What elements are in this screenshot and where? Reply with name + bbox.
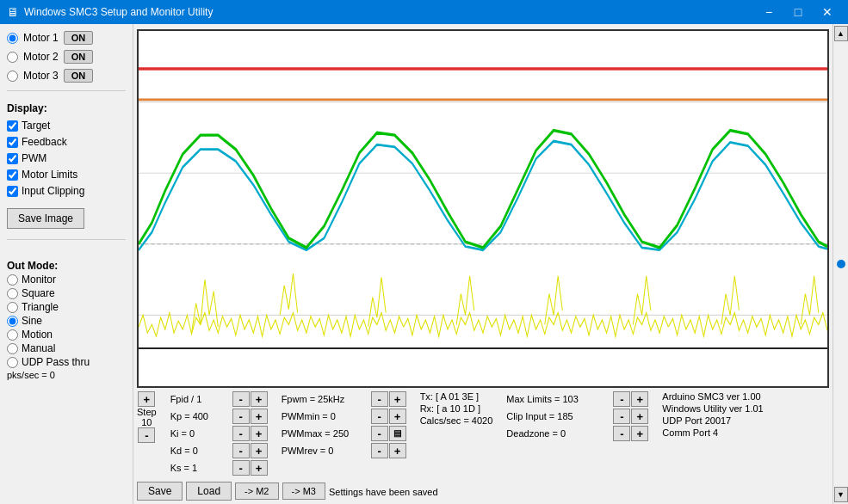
action-buttons-row: Save Load -> M2 -> M3 Settings have been…	[137, 482, 829, 501]
m2-button[interactable]: -> M2	[235, 482, 278, 500]
maximize-button[interactable]: □	[784, 3, 812, 21]
scroll-track	[837, 45, 845, 483]
pwmrev-minus-button[interactable]: -	[371, 443, 388, 458]
ks-label: Ks = 1	[170, 463, 229, 473]
chart-svg	[139, 31, 827, 386]
kd-row: Kd = 0 - +	[170, 443, 268, 458]
fpid-minus-button[interactable]: -	[232, 391, 250, 407]
pwmmin-plus-button[interactable]: +	[389, 409, 406, 424]
step-plus-button[interactable]: +	[138, 391, 155, 407]
fpid-pm: - +	[232, 391, 268, 407]
scroll-thumb[interactable]	[837, 260, 845, 268]
ki-minus-button[interactable]: -	[232, 426, 250, 441]
scroll-down-button[interactable]: ▼	[834, 487, 848, 502]
close-button[interactable]: ✕	[814, 3, 841, 21]
kd-minus-button[interactable]: -	[232, 443, 250, 458]
motor-1-on-button[interactable]: ON	[64, 31, 94, 45]
clipinput-minus-button[interactable]: -	[613, 409, 630, 424]
feedback-checkbox[interactable]	[7, 137, 18, 148]
save-button[interactable]: Save	[137, 482, 183, 501]
info-col: Tx: [ A 01 3E ] Rx: [ a 10 1D ] Calcs/se…	[420, 391, 493, 426]
ks-plus-button[interactable]: +	[251, 460, 268, 476]
feedback-row: Feedback	[7, 136, 126, 148]
out-triangle-row: Triangle	[7, 301, 126, 313]
pwmrev-row: PWMrev = 0 - +	[282, 443, 406, 458]
pwmmax-special-button[interactable]: ▤	[389, 426, 406, 441]
clipinput-label: Clip Input = 185	[506, 411, 610, 421]
kp-minus-button[interactable]: -	[232, 409, 250, 424]
input-clipping-row: Input Clipping	[7, 185, 126, 197]
ki-plus-button[interactable]: +	[251, 426, 268, 441]
kp-plus-button[interactable]: +	[251, 409, 268, 424]
out-udp-radio[interactable]	[7, 357, 18, 368]
out-triangle-radio[interactable]	[7, 302, 18, 313]
out-triangle-label: Triangle	[22, 301, 59, 313]
pwmmax-pm: - ▤	[371, 426, 406, 441]
out-udp-row: UDP Pass thru	[7, 356, 126, 368]
deadzone-row: Deadzone = 0 - +	[506, 426, 648, 441]
load-button[interactable]: Load	[186, 482, 232, 501]
arduino-ver-label: Arduino SMC3 ver 1.00	[662, 391, 763, 402]
pwmmin-minus-button[interactable]: -	[371, 409, 388, 424]
motor-limits-checkbox[interactable]	[7, 169, 18, 181]
motor-2-radio[interactable]	[7, 52, 18, 63]
out-mode-section: Out Mode: Monitor Square Triangle Sine M…	[7, 255, 126, 380]
left-params-group: Fpid / 1 - + Kp = 400 - +	[170, 391, 268, 476]
maxlimits-plus-button[interactable]: +	[631, 391, 648, 407]
motor-3-on-button[interactable]: ON	[64, 69, 94, 83]
out-sine-row: Sine	[7, 315, 126, 327]
deadzone-label: Deadzone = 0	[506, 428, 610, 439]
motor-3-radio[interactable]	[7, 71, 18, 82]
maxlimits-minus-button[interactable]: -	[613, 391, 630, 407]
m3-button[interactable]: -> M3	[282, 482, 325, 500]
ks-row: Ks = 1 - +	[170, 460, 268, 476]
windows-ver-label: Windows Utility ver 1.01	[662, 403, 763, 414]
out-sine-radio[interactable]	[7, 316, 18, 327]
out-square-radio[interactable]	[7, 288, 18, 299]
ki-label: Ki = 0	[170, 428, 229, 439]
out-manual-radio[interactable]	[7, 343, 18, 354]
input-clipping-checkbox[interactable]	[7, 186, 18, 197]
step-minus-button[interactable]: -	[138, 427, 155, 443]
clipinput-plus-button[interactable]: +	[631, 409, 648, 424]
pwm-params-group: Fpwm = 25kHz - + PWMmin = 0 - +	[282, 391, 406, 458]
deadzone-plus-button[interactable]: +	[631, 426, 648, 441]
out-udp-label: UDP Pass thru	[22, 356, 90, 368]
motor-1-label: Motor 1	[23, 32, 59, 44]
maxlimits-pm: - +	[613, 391, 648, 407]
pwmrev-plus-button[interactable]: +	[389, 443, 406, 458]
fpwm-minus-button[interactable]: -	[371, 391, 388, 407]
out-motion-label: Motion	[22, 329, 53, 341]
out-motion-radio[interactable]	[7, 329, 18, 341]
out-monitor-radio[interactable]	[7, 274, 18, 286]
center-panel: + Step10 - Fpid / 1 - + Kp = 400	[133, 24, 833, 504]
motor-2-on-button[interactable]: ON	[64, 50, 94, 64]
input-clipping-label: Input Clipping	[22, 185, 84, 197]
maxlimits-row: Max Limits = 103 - +	[506, 391, 648, 407]
minimize-button[interactable]: −	[755, 3, 783, 21]
fpid-plus-button[interactable]: +	[251, 391, 268, 407]
motor-1-radio[interactable]	[7, 33, 18, 44]
motor-3-row: Motor 3 ON	[7, 69, 126, 83]
scroll-up-button[interactable]: ▲	[834, 26, 848, 41]
pwm-checkbox[interactable]	[7, 153, 18, 164]
pwmmin-pm: - +	[371, 409, 406, 424]
ks-minus-button[interactable]: -	[232, 460, 250, 476]
kd-pm: - +	[232, 443, 268, 458]
target-row: Target	[7, 120, 126, 132]
save-image-button[interactable]: Save Image	[7, 208, 84, 229]
ki-pm: - +	[232, 426, 268, 441]
kd-plus-button[interactable]: +	[251, 443, 268, 458]
kp-row: Kp = 400 - +	[170, 409, 268, 424]
out-motion-row: Motion	[7, 329, 126, 341]
udp-port-label: UDP Port 20017	[662, 415, 763, 426]
pwmmax-row: PWMmax = 250 - ▤	[282, 426, 406, 441]
pwmmax-minus-button[interactable]: -	[371, 426, 388, 441]
calcs-label: Calcs/sec = 4020	[420, 415, 493, 426]
motor-1-row: Motor 1 ON	[7, 31, 126, 45]
maxlimits-label: Max Limits = 103	[506, 394, 610, 404]
out-monitor-row: Monitor	[7, 274, 126, 286]
fpwm-plus-button[interactable]: +	[389, 391, 406, 407]
deadzone-minus-button[interactable]: -	[613, 426, 630, 441]
target-checkbox[interactable]	[7, 120, 18, 132]
